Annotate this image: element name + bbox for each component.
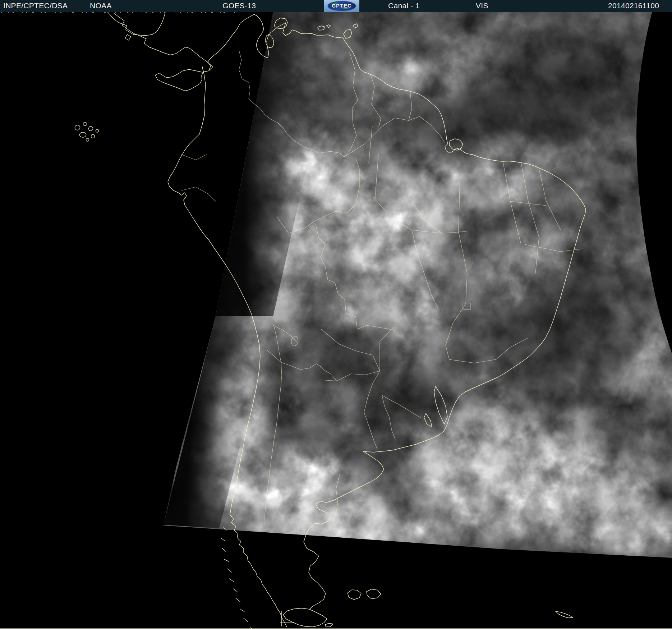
logo-text: CPTEC [324, 3, 359, 9]
border-fjord-islands [221, 528, 268, 629]
border-galapagos-islands [75, 122, 99, 141]
cptec-logo: CPTEC [324, 0, 359, 12]
border-south-georgia [556, 611, 573, 618]
border-yucatan-coast [107, 12, 165, 36]
border-isla-de-los-estados [325, 623, 333, 627]
border-ecuador-peru-border [181, 187, 216, 201]
border-lake-nicaragua [125, 35, 131, 40]
satellite-image-area [0, 12, 672, 629]
border-tierra-del-fuego [283, 608, 327, 627]
border-falklands-west [347, 590, 361, 600]
goes13-visible-image [0, 12, 672, 629]
cloud-layer [158, 12, 672, 576]
border-falklands-east [367, 589, 381, 599]
cloud-zone-amazon-river-dark [286, 234, 365, 334]
satellite-label: GOES-13 [222, 1, 256, 10]
channel-label: Canal - 1 [388, 1, 420, 10]
product-source-label: INPE/CPTEC/DSA [3, 1, 68, 10]
cloud-zone-right-ocean [471, 237, 672, 410]
band-label: VIS [476, 1, 488, 10]
agency-label: NOAA [90, 1, 112, 10]
timestamp-label: 201402161100 [608, 1, 659, 10]
title-bar: INPE/CPTEC/DSA NOAA GOES-13 CPTEC Canal … [0, 0, 672, 12]
border-ecuador-colombia-border [181, 155, 207, 160]
border-central-america-coast [114, 13, 213, 91]
